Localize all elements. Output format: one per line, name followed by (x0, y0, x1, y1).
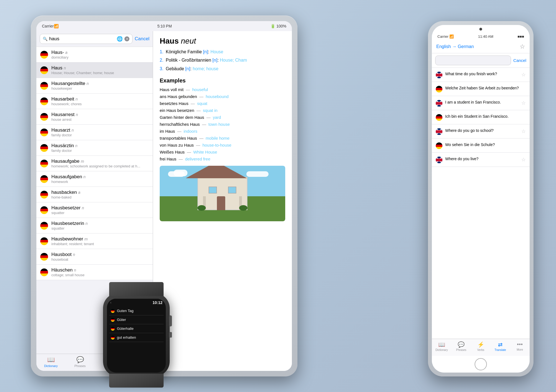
iphone-tab-dictionary[interactable]: 📖 Dictionary (432, 341, 451, 351)
iphone-tab-translate[interactable]: ⇄ Translate (490, 341, 510, 351)
word-item[interactable]: Haus- a domiciliary (36, 47, 153, 62)
iphone-tab-phrases[interactable]: 💬 Phrases (451, 341, 471, 351)
flag-de (40, 144, 48, 152)
def-item: 3. Gebäude [n]: home; house (160, 66, 285, 72)
phrase-star[interactable]: ☆ (521, 72, 526, 78)
word-main: hausbacken a (51, 190, 149, 195)
word-item[interactable]: Hausbewohner m inhabitant; resident; ten… (36, 233, 153, 249)
flag-uk (436, 100, 442, 107)
word-item[interactable]: Häuschen n cottage; small house (36, 265, 153, 280)
example-item: ein Haus besetzen — squat in (160, 108, 285, 113)
phrase-list: What time do you finish work? ☆ Welche Z… (432, 68, 530, 339)
word-item[interactable]: Hausbesetzer n squatter (36, 202, 153, 218)
word-main: Hausbewohner m (51, 236, 149, 242)
word-info: Hausangestellte n housekeeper (51, 81, 149, 91)
word-item[interactable]: Hausarrest n house arrest (36, 109, 153, 125)
carrier-label: Carrier (42, 24, 54, 28)
watch-list-item[interactable]: Güterhalle (109, 324, 164, 333)
phrase-item[interactable]: Where do you go to school? ☆ (432, 124, 530, 139)
word-item[interactable]: Hausangestellte n housekeeper (36, 78, 153, 94)
word-item[interactable]: Hausbesetzerin n squatter (36, 218, 153, 233)
watch-back-button[interactable]: ‹ (110, 301, 111, 305)
word-info: Hausbesetzerin n squatter (51, 221, 149, 230)
watch-phrase: Guten Tag (117, 309, 134, 313)
watch-list-item[interactable]: Guten Tag (109, 306, 164, 315)
more-icon: ••• (517, 341, 523, 348)
phrase-item[interactable]: Ich bin ein Student in San Francisco. (432, 110, 530, 124)
word-item[interactable]: Hausarbeit n housework; chores (36, 94, 153, 109)
def-item: 1. Königliche Familie [n]: House (160, 49, 285, 55)
word-item[interactable]: Hausarzt n family doctor (36, 125, 153, 140)
flag-de (40, 82, 48, 90)
example-item: besetztes Haus — squat (160, 101, 285, 106)
phrase-star[interactable]: ☆ (521, 100, 526, 106)
search-input-wrap[interactable]: 🔍 🌐 ✕ (40, 34, 132, 44)
word-item[interactable]: Hausboot n houseboat (36, 249, 153, 265)
tab-dictionary[interactable]: 📖 Dictionary (36, 356, 66, 368)
watch-list-item[interactable]: gut erhalten (109, 333, 164, 342)
word-item[interactable]: hausbacken a home-baked (36, 187, 153, 202)
word-sub: squatter (51, 226, 149, 230)
phrase-item[interactable]: Wo sehen Sie in die Schule? (432, 139, 530, 153)
watch-side-button[interactable] (169, 332, 172, 338)
apple-watch: ‹ 10:12 Guten Tag Güter Güterhalle (103, 293, 170, 376)
clear-button[interactable]: ✕ (124, 36, 129, 41)
word-sub: homework (51, 180, 149, 184)
example-item: von Haus zu Haus — house-to-house (160, 143, 285, 147)
wifi-icon: 📶 (54, 24, 59, 28)
tab-label-phrases: Phrases (74, 364, 86, 368)
home-button[interactable] (475, 358, 487, 370)
word-info: Hausärztin n family doctor (51, 143, 149, 153)
word-item[interactable]: Hausaufgaben n homework (36, 171, 153, 187)
phrase-text: Where do you go to school? (445, 128, 519, 134)
flag-uk (436, 72, 442, 78)
phrase-item[interactable]: Welche Zeit haben Sie Arbeit zu beenden? (432, 82, 530, 96)
phrase-star[interactable]: ☆ (521, 128, 526, 134)
word-main: Hausangestellte n (51, 81, 149, 86)
phrase-item[interactable]: I am a student in San Francisco. ☆ (432, 96, 530, 110)
word-sub: House; House; Chamber; home; house (51, 71, 149, 75)
word-main: Häuschen n (51, 267, 149, 273)
word-sub: housework; chores (51, 102, 149, 106)
iphone-cancel-button[interactable]: Cancel (513, 58, 526, 63)
word-item[interactable]: Hausärztin n family doctor (36, 140, 153, 156)
phrase-item[interactable]: What time do you finish work? ☆ (432, 68, 530, 82)
cancel-button[interactable]: Cancel (135, 36, 149, 42)
watch-status-bar: ‹ 10:12 (107, 299, 166, 305)
globe-icon[interactable]: 🌐 (117, 36, 123, 42)
search-bar: 🔍 🌐 ✕ Cancel (36, 31, 153, 47)
phrase-text: Welche Zeit haben Sie Arbeit zu beenden? (445, 85, 526, 91)
iphone-home-area (432, 356, 530, 373)
iphone-search-input[interactable] (435, 56, 511, 65)
flag-de (40, 113, 48, 121)
word-main: Hausarrest n (51, 112, 149, 117)
word-info: Haus- a domiciliary (51, 50, 149, 59)
flag-de (111, 309, 115, 313)
word-info: Häuschen n cottage; small house (51, 267, 149, 277)
tab-phrases[interactable]: 💬 Phrases (66, 356, 95, 368)
phrase-item[interactable]: Where do you live? ☆ (432, 153, 530, 167)
watch-list-item[interactable]: Güter (109, 315, 164, 324)
house-image (160, 166, 285, 221)
word-item[interactable]: Hausaufgabe m homework; schoolwork assig… (36, 156, 153, 171)
flag-de (111, 318, 115, 322)
def-item: 2. Politik - Großbritannien [n]: House; … (160, 57, 285, 63)
phrase-text: I am a student in San Francisco. (445, 99, 519, 105)
iphone-notch (432, 25, 530, 33)
favorite-button[interactable]: ☆ (520, 43, 525, 50)
phrase-star[interactable]: ☆ (521, 157, 526, 163)
iphone-tab-more[interactable]: ••• More (510, 341, 530, 351)
tab-label-dictionary: Dictionary (44, 364, 58, 368)
watch-phrase: gut erhalten (117, 335, 136, 340)
iphone-tab-verbs[interactable]: ⚡ Verbs (471, 341, 490, 351)
tab-label: More (517, 348, 523, 351)
flag-de (111, 336, 115, 340)
example-item: Garten hinter dem Haus — yard (160, 115, 285, 120)
search-input[interactable] (49, 36, 115, 42)
phrases-icon: 💬 (76, 356, 84, 363)
word-item[interactable]: Haus n House; House; Chamber; home; hous… (36, 62, 153, 78)
iphone-screen: Carrier 📶 11:40 AM ■■■ English → German … (432, 25, 530, 373)
iphone-tabbar: 📖 Dictionary 💬 Phrases ⚡ Verbs ⇄ Transla… (432, 339, 530, 356)
watch-crown[interactable] (169, 315, 172, 326)
word-info: Haus n House; House; Chamber; home; hous… (51, 65, 149, 75)
